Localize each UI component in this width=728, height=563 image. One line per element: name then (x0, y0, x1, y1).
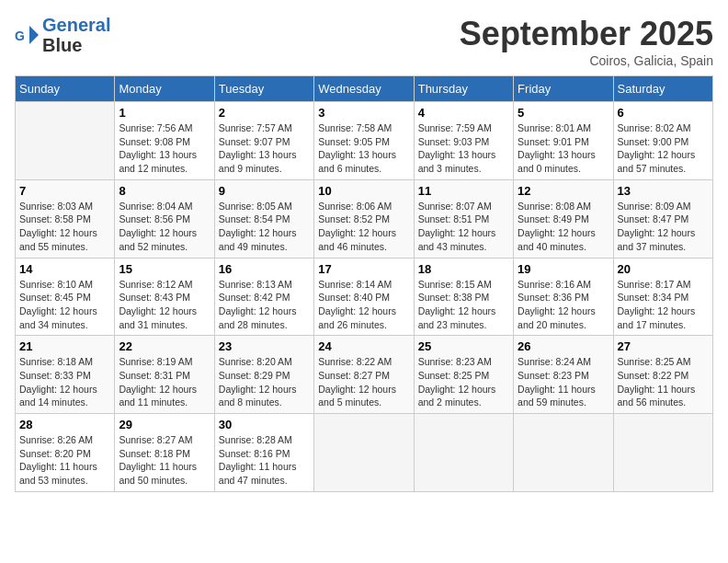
day-number: 25 (418, 339, 509, 353)
day-info: Sunrise: 7:58 AM Sunset: 9:05 PM Dayligh… (318, 121, 409, 176)
page-header: G General Blue September 2025 Coiros, Ga… (15, 15, 713, 68)
calendar-cell: 17Sunrise: 8:14 AM Sunset: 8:40 PM Dayli… (314, 258, 414, 336)
calendar-cell: 15Sunrise: 8:12 AM Sunset: 8:43 PM Dayli… (115, 258, 214, 336)
week-row-4: 21Sunrise: 8:18 AM Sunset: 8:33 PM Dayli… (16, 336, 713, 414)
calendar-table: SundayMondayTuesdayWednesdayThursdayFrid… (15, 75, 713, 492)
logo-text-line2: Blue (42, 35, 82, 55)
day-number: 24 (318, 339, 409, 353)
week-row-5: 28Sunrise: 8:26 AM Sunset: 8:20 PM Dayli… (16, 414, 713, 492)
logo: G General Blue (15, 15, 110, 55)
logo-text-line1: General (42, 15, 110, 35)
day-number: 2 (219, 106, 310, 120)
calendar-cell: 10Sunrise: 8:06 AM Sunset: 8:52 PM Dayli… (314, 179, 414, 258)
calendar-cell: 13Sunrise: 8:09 AM Sunset: 8:47 PM Dayli… (613, 179, 712, 258)
day-number: 29 (119, 418, 210, 431)
day-number: 4 (418, 106, 509, 120)
calendar-cell: 5Sunrise: 8:01 AM Sunset: 9:01 PM Daylig… (514, 102, 613, 180)
day-info: Sunrise: 7:56 AM Sunset: 9:08 PM Dayligh… (119, 121, 210, 176)
day-header-saturday: Saturday (613, 76, 712, 102)
calendar-cell: 4Sunrise: 7:59 AM Sunset: 9:03 PM Daylig… (414, 102, 513, 180)
day-number: 30 (219, 418, 310, 431)
day-number: 17 (318, 262, 409, 276)
calendar-cell (613, 414, 712, 492)
day-number: 19 (518, 262, 609, 276)
day-info: Sunrise: 8:13 AM Sunset: 8:42 PM Dayligh… (219, 278, 310, 332)
day-number: 22 (119, 339, 210, 353)
day-info: Sunrise: 8:02 AM Sunset: 9:00 PM Dayligh… (618, 121, 709, 176)
day-info: Sunrise: 8:27 AM Sunset: 8:18 PM Dayligh… (119, 433, 210, 488)
calendar-cell: 28Sunrise: 8:26 AM Sunset: 8:20 PM Dayli… (16, 414, 115, 492)
day-info: Sunrise: 8:28 AM Sunset: 8:16 PM Dayligh… (219, 433, 310, 488)
day-info: Sunrise: 8:09 AM Sunset: 8:47 PM Dayligh… (618, 200, 709, 254)
calendar-cell: 3Sunrise: 7:58 AM Sunset: 9:05 PM Daylig… (314, 102, 414, 180)
calendar-cell (314, 414, 414, 492)
calendar-cell: 30Sunrise: 8:28 AM Sunset: 8:16 PM Dayli… (214, 414, 313, 492)
calendar-cell: 18Sunrise: 8:15 AM Sunset: 8:38 PM Dayli… (414, 258, 513, 336)
day-number: 14 (19, 262, 110, 276)
day-header-wednesday: Wednesday (314, 76, 414, 102)
day-info: Sunrise: 7:57 AM Sunset: 9:07 PM Dayligh… (219, 121, 310, 176)
calendar-cell: 7Sunrise: 8:03 AM Sunset: 8:58 PM Daylig… (16, 179, 115, 258)
day-info: Sunrise: 8:04 AM Sunset: 8:56 PM Dayligh… (119, 200, 210, 254)
calendar-cell: 26Sunrise: 8:24 AM Sunset: 8:23 PM Dayli… (514, 336, 613, 414)
calendar-cell: 27Sunrise: 8:25 AM Sunset: 8:22 PM Dayli… (613, 336, 712, 414)
day-info: Sunrise: 8:17 AM Sunset: 8:34 PM Dayligh… (618, 278, 709, 332)
day-info: Sunrise: 8:26 AM Sunset: 8:20 PM Dayligh… (19, 433, 110, 488)
day-number: 23 (219, 339, 310, 353)
day-header-friday: Friday (514, 76, 613, 102)
day-number: 3 (318, 106, 409, 120)
calendar-cell: 9Sunrise: 8:05 AM Sunset: 8:54 PM Daylig… (214, 179, 313, 258)
day-number: 12 (518, 184, 609, 198)
calendar-cell: 11Sunrise: 8:07 AM Sunset: 8:51 PM Dayli… (414, 179, 513, 258)
day-info: Sunrise: 8:03 AM Sunset: 8:58 PM Dayligh… (19, 200, 110, 254)
calendar-cell: 8Sunrise: 8:04 AM Sunset: 8:56 PM Daylig… (115, 179, 214, 258)
day-number: 28 (19, 418, 110, 431)
day-info: Sunrise: 8:18 AM Sunset: 8:33 PM Dayligh… (19, 355, 110, 409)
day-info: Sunrise: 8:22 AM Sunset: 8:27 PM Dayligh… (318, 355, 409, 409)
day-info: Sunrise: 8:20 AM Sunset: 8:29 PM Dayligh… (219, 355, 310, 409)
logo-icon: G (15, 22, 40, 48)
day-info: Sunrise: 8:25 AM Sunset: 8:22 PM Dayligh… (618, 355, 709, 409)
day-number: 1 (119, 106, 210, 120)
week-row-1: 1Sunrise: 7:56 AM Sunset: 9:08 PM Daylig… (16, 102, 713, 180)
calendar-cell (16, 102, 115, 180)
day-info: Sunrise: 8:10 AM Sunset: 8:45 PM Dayligh… (19, 278, 110, 332)
day-info: Sunrise: 8:07 AM Sunset: 8:51 PM Dayligh… (418, 200, 509, 254)
day-header-sunday: Sunday (16, 76, 115, 102)
day-info: Sunrise: 8:14 AM Sunset: 8:40 PM Dayligh… (318, 278, 409, 332)
day-header-monday: Monday (115, 76, 214, 102)
day-number: 21 (19, 339, 110, 353)
day-number: 8 (119, 184, 210, 198)
day-info: Sunrise: 8:06 AM Sunset: 8:52 PM Dayligh… (318, 200, 409, 254)
day-info: Sunrise: 8:05 AM Sunset: 8:54 PM Dayligh… (219, 200, 310, 254)
svg-text:G: G (15, 29, 25, 43)
month-title: September 2025 (460, 15, 713, 53)
day-header-thursday: Thursday (414, 76, 513, 102)
day-number: 5 (518, 106, 609, 120)
calendar-cell: 12Sunrise: 8:08 AM Sunset: 8:49 PM Dayli… (514, 179, 613, 258)
calendar-cell: 24Sunrise: 8:22 AM Sunset: 8:27 PM Dayli… (314, 336, 414, 414)
day-info: Sunrise: 8:08 AM Sunset: 8:49 PM Dayligh… (518, 200, 609, 254)
day-info: Sunrise: 8:24 AM Sunset: 8:23 PM Dayligh… (518, 355, 609, 409)
day-info: Sunrise: 8:23 AM Sunset: 8:25 PM Dayligh… (418, 355, 509, 409)
title-block: September 2025 Coiros, Galicia, Spain (460, 15, 713, 68)
calendar-cell: 19Sunrise: 8:16 AM Sunset: 8:36 PM Dayli… (514, 258, 613, 336)
day-number: 18 (418, 262, 509, 276)
week-row-2: 7Sunrise: 8:03 AM Sunset: 8:58 PM Daylig… (16, 179, 713, 258)
day-number: 10 (318, 184, 409, 198)
day-number: 7 (19, 184, 110, 198)
day-info: Sunrise: 7:59 AM Sunset: 9:03 PM Dayligh… (418, 121, 509, 176)
calendar-cell: 20Sunrise: 8:17 AM Sunset: 8:34 PM Dayli… (613, 258, 712, 336)
day-number: 13 (618, 184, 709, 198)
calendar-cell: 1Sunrise: 7:56 AM Sunset: 9:08 PM Daylig… (115, 102, 214, 180)
calendar-cell: 2Sunrise: 7:57 AM Sunset: 9:07 PM Daylig… (214, 102, 313, 180)
day-header-tuesday: Tuesday (214, 76, 313, 102)
day-info: Sunrise: 8:15 AM Sunset: 8:38 PM Dayligh… (418, 278, 509, 332)
calendar-cell: 16Sunrise: 8:13 AM Sunset: 8:42 PM Dayli… (214, 258, 313, 336)
day-number: 26 (518, 339, 609, 353)
calendar-cell: 23Sunrise: 8:20 AM Sunset: 8:29 PM Dayli… (214, 336, 313, 414)
day-number: 6 (618, 106, 709, 120)
calendar-cell: 21Sunrise: 8:18 AM Sunset: 8:33 PM Dayli… (16, 336, 115, 414)
header-row: SundayMondayTuesdayWednesdayThursdayFrid… (16, 76, 713, 102)
calendar-cell: 29Sunrise: 8:27 AM Sunset: 8:18 PM Dayli… (115, 414, 214, 492)
